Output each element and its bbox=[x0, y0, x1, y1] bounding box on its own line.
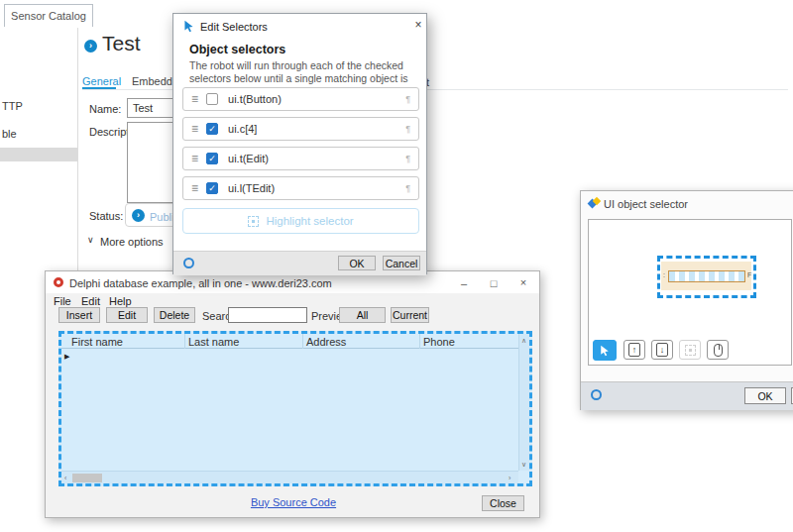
scroll-right-icon[interactable]: › bbox=[509, 475, 510, 481]
highlight-selection-icon bbox=[248, 216, 259, 227]
close-window-button[interactable]: × bbox=[513, 274, 533, 289]
app-logo-icon bbox=[589, 197, 601, 209]
selector-checkbox[interactable]: ✓ bbox=[206, 153, 218, 164]
tab-sensor-catalog[interactable]: Sensor Catalog bbox=[4, 4, 93, 27]
selector-row[interactable]: ≡ ✓ ui.l(TEdit) ¶ bbox=[182, 176, 419, 200]
selector-cursor-icon bbox=[182, 20, 195, 33]
edit-selectors-dialog: Edit Selectors × Object selectors The ro… bbox=[172, 13, 427, 274]
edit-button[interactable]: Edit bbox=[106, 307, 148, 323]
selector-checkbox[interactable]: ✓ bbox=[206, 182, 218, 194]
scroll-up-icon[interactable]: ∧ bbox=[521, 337, 526, 344]
ui-object-selector-title: UI object selector bbox=[604, 198, 688, 210]
sidebar-item-selected[interactable] bbox=[0, 148, 77, 161]
horizontal-scrollbar[interactable]: ‹ › bbox=[61, 471, 518, 483]
selector-ok-button[interactable]: OK bbox=[744, 387, 786, 404]
sidebar-divider bbox=[77, 28, 78, 271]
highlight-selector-label: Highlight selector bbox=[266, 215, 353, 227]
chevron-down-icon: ∨ bbox=[87, 235, 94, 245]
check-icon: ✓ bbox=[208, 125, 216, 134]
sidebar-item-http[interactable]: TTP bbox=[2, 100, 23, 112]
status-label: Status: bbox=[89, 210, 123, 222]
name-field-value: Test bbox=[133, 102, 153, 114]
grid-header-row: First name Last name Address Phone bbox=[61, 334, 529, 349]
check-icon: ✓ bbox=[208, 184, 216, 193]
drag-handle-icon[interactable]: ≡ bbox=[191, 152, 198, 165]
publish-icon: › bbox=[132, 209, 145, 222]
grid-column-phone[interactable]: Phone bbox=[423, 336, 455, 348]
selector-text: ui.t(Edit) bbox=[228, 153, 269, 164]
highlight-element-button-disabled bbox=[679, 340, 701, 360]
arrow-up-icon: ↑ bbox=[628, 343, 640, 357]
selector-row[interactable]: ≡ ✓ ui.c[4] ¶ bbox=[182, 117, 419, 141]
search-input[interactable] bbox=[228, 307, 307, 323]
drag-handle-icon[interactable]: ≡ bbox=[191, 181, 198, 195]
highlighted-input-preview bbox=[668, 270, 745, 282]
selector-checkbox[interactable]: ✓ bbox=[206, 123, 218, 135]
vertical-scrollbar[interactable]: ∧ ∨ bbox=[518, 334, 529, 471]
scroll-left-icon[interactable]: ‹ bbox=[64, 475, 66, 481]
delphi-app-icon bbox=[54, 277, 63, 287]
grid-column-separator bbox=[302, 334, 303, 349]
maximize-button[interactable]: □ bbox=[484, 275, 504, 290]
grid-column-separator bbox=[419, 334, 420, 349]
selector-text: ui.l(TEdit) bbox=[228, 182, 275, 194]
select-element-button[interactable] bbox=[593, 340, 617, 361]
select-parent-button[interactable]: ↑ bbox=[623, 340, 645, 360]
menu-edit[interactable]: Edit bbox=[81, 295, 100, 307]
drag-handle-icon[interactable]: ≡ bbox=[191, 92, 198, 106]
menu-file[interactable]: File bbox=[54, 295, 71, 307]
close-button[interactable]: Close bbox=[482, 495, 524, 511]
delphi-window-title: Delphi database example, all in one - ww… bbox=[69, 277, 332, 289]
minimize-button[interactable]: – bbox=[454, 275, 474, 290]
name-label: Name: bbox=[89, 103, 121, 115]
tab-general-active-indicator bbox=[82, 87, 116, 89]
scroll-down-icon[interactable]: ∨ bbox=[521, 461, 526, 468]
preview-right-char: F bbox=[747, 271, 751, 278]
preview-current-button[interactable]: Current bbox=[391, 307, 429, 323]
dialog-heading: Object selectors bbox=[189, 43, 285, 56]
selector-text: ui.c[4] bbox=[228, 123, 257, 135]
selector-checkbox[interactable]: ✓ bbox=[206, 93, 218, 105]
preview-left-char: : bbox=[663, 271, 665, 278]
mouse-icon bbox=[714, 344, 723, 357]
delphi-window: Delphi database example, all in one - ww… bbox=[45, 270, 540, 518]
ok-button[interactable]: OK bbox=[338, 256, 376, 270]
arrow-down-icon: ↓ bbox=[656, 343, 668, 357]
tab-general[interactable]: General bbox=[82, 75, 121, 87]
data-grid-highlighted[interactable]: First name Last name Address Phone ▶ ∧ ∨… bbox=[58, 331, 532, 486]
page-title-icon: › bbox=[84, 40, 97, 53]
selector-row[interactable]: ≡ ✓ ui.t(Button) ¶ bbox=[182, 87, 419, 111]
pilcrow-icon: ¶ bbox=[405, 124, 410, 134]
pilcrow-icon: ¶ bbox=[405, 154, 410, 163]
highlight-selector-button[interactable]: Highlight selector bbox=[182, 208, 419, 234]
sidebar-item-table[interactable]: ble bbox=[2, 128, 17, 140]
delete-button[interactable]: Delete bbox=[154, 307, 195, 323]
buy-source-code-link[interactable]: Buy Source Code bbox=[239, 496, 348, 508]
mouse-mode-button[interactable] bbox=[707, 340, 729, 360]
name-field[interactable]: Test bbox=[127, 98, 178, 118]
grid-column-first-name[interactable]: First name bbox=[71, 336, 123, 348]
select-child-button[interactable]: ↓ bbox=[651, 340, 673, 360]
screen: Sensor Catalog TTP ble › Test General Em… bbox=[0, 0, 793, 532]
more-options-toggle[interactable]: More options bbox=[100, 236, 164, 248]
info-icon bbox=[183, 258, 194, 268]
dialog-close-icon[interactable]: × bbox=[411, 18, 425, 32]
pilcrow-icon: ¶ bbox=[405, 94, 410, 104]
grid-column-separator bbox=[184, 334, 185, 349]
cancel-button[interactable]: Cancel bbox=[383, 256, 420, 270]
drag-handle-icon[interactable]: ≡ bbox=[191, 122, 198, 136]
info-icon bbox=[591, 389, 602, 400]
selector-row[interactable]: ≡ ✓ ui.t(Edit) ¶ bbox=[182, 147, 419, 170]
insert-button[interactable]: Insert bbox=[58, 307, 100, 323]
menu-help[interactable]: Help bbox=[109, 295, 132, 307]
pilcrow-icon: ¶ bbox=[405, 183, 410, 193]
highlight-selection-icon bbox=[685, 345, 696, 356]
tab-sensor-catalog-label: Sensor Catalog bbox=[11, 10, 86, 22]
preview-all-button[interactable]: All bbox=[339, 307, 386, 323]
current-row-indicator-icon: ▶ bbox=[64, 353, 69, 361]
page-title: Test bbox=[102, 32, 141, 55]
dialog-title: Edit Selectors bbox=[200, 21, 268, 33]
grid-column-address[interactable]: Address bbox=[306, 336, 346, 348]
scrollbar-thumb[interactable] bbox=[72, 474, 102, 482]
grid-column-last-name[interactable]: Last name bbox=[188, 336, 239, 348]
